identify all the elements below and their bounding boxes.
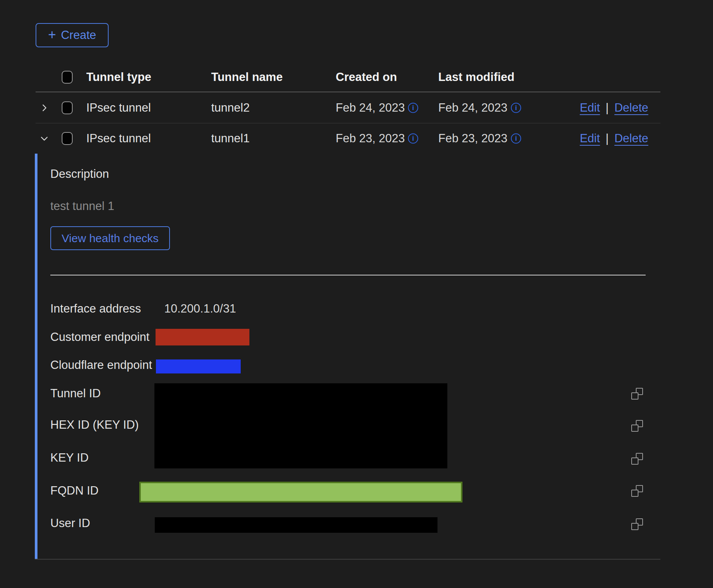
- header-tunnel-type: Tunnel type: [86, 70, 151, 84]
- user-id-redacted-value: [155, 517, 437, 533]
- table-row-tunnel1: IPsec tunnel tunnel1 Feb 23, 2023 i Feb …: [36, 123, 660, 154]
- row-checkbox[interactable]: [62, 101, 73, 114]
- plus-icon: +: [48, 29, 56, 40]
- interface-address-value: 10.200.1.0/31: [164, 302, 236, 316]
- copy-tunnel-id-icon[interactable]: [631, 388, 643, 400]
- row-actions: Edit | Delete: [580, 132, 648, 145]
- info-icon[interactable]: i: [511, 134, 521, 144]
- tunnel-name-cell: tunnel1: [211, 131, 250, 146]
- tunnel-name-cell: tunnel2: [211, 101, 250, 115]
- chevron-right-icon[interactable]: [39, 103, 49, 113]
- tunnel-table-header: Tunnel type Tunnel name Created on Last …: [36, 63, 660, 92]
- expanded-row-accent-bar: [35, 154, 37, 559]
- edit-link[interactable]: Edit: [580, 132, 600, 145]
- info-icon[interactable]: i: [511, 103, 521, 113]
- copy-fqdn-id-icon[interactable]: [631, 485, 643, 497]
- copy-hex-id-icon[interactable]: [631, 420, 643, 432]
- header-tunnel-name: Tunnel name: [211, 70, 283, 84]
- ids-redacted-block: [154, 383, 447, 468]
- actions-separator: |: [606, 101, 609, 115]
- delete-link[interactable]: Delete: [614, 101, 648, 115]
- fqdn-id-label: FQDN ID: [50, 484, 98, 498]
- copy-key-id-icon[interactable]: [631, 453, 643, 465]
- select-all-checkbox[interactable]: [62, 71, 73, 84]
- header-created-on: Created on: [336, 70, 397, 84]
- customer-endpoint-label: Customer endpoint: [50, 330, 149, 344]
- info-icon[interactable]: i: [408, 134, 418, 144]
- last-modified-cell: Feb 24, 2023: [438, 101, 508, 115]
- copy-user-id-icon[interactable]: [631, 518, 643, 530]
- description-label: Description: [50, 167, 109, 181]
- chevron-down-icon[interactable]: [39, 134, 49, 143]
- user-id-label: User ID: [50, 516, 90, 530]
- created-on-cell: Feb 24, 2023: [336, 101, 405, 115]
- fqdn-id-redacted-value: [139, 482, 462, 502]
- cloudflare-endpoint-redacted-value: [156, 359, 241, 373]
- section-divider: [50, 275, 646, 275]
- info-icon[interactable]: i: [408, 103, 418, 113]
- row-actions: Edit | Delete: [580, 101, 648, 115]
- created-on-cell: Feb 23, 2023: [336, 131, 405, 146]
- view-health-checks-label: View health checks: [62, 232, 159, 245]
- hex-id-label: HEX ID (KEY ID): [50, 418, 139, 432]
- tunnel-type-cell: IPsec tunnel: [86, 101, 151, 115]
- create-button-label: Create: [61, 28, 96, 42]
- cloudflare-endpoint-label: Cloudflare endpoint: [50, 358, 152, 372]
- description-value: test tunnel 1: [50, 199, 114, 213]
- actions-separator: |: [606, 132, 609, 145]
- create-button[interactable]: + Create: [36, 23, 109, 47]
- tunnel-id-label: Tunnel ID: [50, 386, 101, 401]
- last-modified-cell: Feb 23, 2023: [438, 131, 508, 146]
- header-last-modified: Last modified: [438, 70, 515, 84]
- view-health-checks-button[interactable]: View health checks: [50, 226, 170, 250]
- interface-address-label: Interface address: [50, 302, 141, 316]
- customer-endpoint-redacted-value: [156, 329, 249, 345]
- expanded-row-bottom-divider: [35, 559, 660, 560]
- table-row-tunnel2: IPsec tunnel tunnel2 Feb 24, 2023 i Feb …: [36, 92, 660, 123]
- tunnel-type-cell: IPsec tunnel: [86, 131, 151, 146]
- edit-link[interactable]: Edit: [580, 101, 600, 115]
- row-checkbox[interactable]: [62, 132, 73, 145]
- delete-link[interactable]: Delete: [614, 132, 648, 145]
- key-id-label: KEY ID: [50, 451, 89, 465]
